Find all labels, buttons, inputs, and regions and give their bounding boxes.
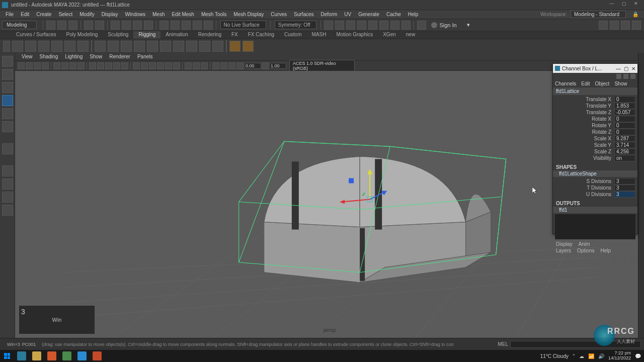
vp-btn-26[interactable]	[236, 62, 244, 69]
layer-menu-display[interactable]: Display	[556, 241, 573, 247]
move-tool[interactable]	[2, 95, 13, 106]
vp-btn-2[interactable]	[26, 62, 33, 69]
attr-rz-value[interactable]: 0	[614, 129, 635, 135]
right-collapsed-strip[interactable]	[638, 53, 644, 338]
component-button[interactable]	[144, 21, 153, 30]
panel-menu-show[interactable]: Show	[86, 54, 106, 59]
cb-tool-2[interactable]	[623, 74, 628, 79]
shelf-tab-custom[interactable]: Custom	[279, 31, 306, 39]
shelf-tab-mash[interactable]: MASH	[306, 31, 331, 39]
cb-tool-1[interactable]	[616, 74, 621, 79]
shelf-icon-9[interactable]	[121, 41, 132, 52]
panel-menu-lighting[interactable]: Lighting	[61, 54, 86, 59]
shelf-icon-12[interactable]	[160, 41, 171, 52]
shelf-tab-fx[interactable]: FX	[226, 31, 243, 39]
attr-ry-value[interactable]: 0	[614, 122, 635, 129]
panel-toggle-2[interactable]	[610, 21, 619, 30]
toolbtn-8[interactable]	[417, 21, 426, 30]
attr-sy-label[interactable]: Scale Y	[555, 142, 614, 148]
panel-menu-renderer[interactable]: Renderer	[106, 54, 134, 59]
channel-box-titlebar[interactable]: Channel Box / L... —▢✕	[553, 64, 637, 73]
menu-mesh[interactable]: Mesh	[149, 12, 168, 17]
cb-tool-3[interactable]	[630, 74, 635, 79]
workspace-dropdown[interactable]: Modeling - Standard	[571, 11, 626, 18]
layer-icon-2[interactable]	[611, 256, 617, 262]
layout-2[interactable]	[2, 178, 13, 190]
vp-btn-1[interactable]	[18, 62, 25, 69]
clock[interactable]: 7:22 pm 14/12/2022	[608, 351, 631, 361]
lasso-tool[interactable]	[2, 69, 13, 80]
shelf-icon-1[interactable]	[12, 41, 23, 52]
shelf-tab-motion[interactable]: Motion Graphics	[331, 31, 378, 39]
vp-btn-20[interactable]	[185, 62, 192, 69]
vp-btn-9[interactable]	[89, 62, 96, 69]
task-chrome[interactable]	[59, 350, 74, 362]
attr-tx-label[interactable]: Translate X	[555, 97, 614, 102]
menu-edit[interactable]: Edit	[17, 12, 33, 17]
cb-menu-show[interactable]: Show	[614, 81, 627, 86]
tray-chevron-icon[interactable]: ˄	[573, 353, 575, 359]
rotate-tool[interactable]	[2, 108, 13, 119]
layer-menu-help[interactable]: Help	[600, 248, 611, 253]
shelf-menu-icon[interactable]	[3, 41, 10, 52]
vp-gamma-input[interactable]	[269, 63, 286, 69]
attr-vis-value[interactable]: on	[614, 155, 635, 161]
close-button[interactable]: ✕	[630, 1, 642, 9]
panel-menu-view[interactable]: View	[18, 54, 36, 59]
shelf-icon-13[interactable]	[173, 41, 184, 52]
shelf-icon-16[interactable]	[212, 41, 223, 52]
vp-btn-3[interactable]	[34, 62, 41, 69]
select-tool[interactable]	[2, 56, 13, 67]
shelf-icon-14[interactable]	[186, 41, 197, 52]
attr-udiv-value[interactable]: 3	[614, 191, 635, 198]
minimize-button[interactable]: —	[606, 1, 618, 9]
panel-toggle-4[interactable]	[632, 21, 641, 30]
pause-button[interactable]	[401, 21, 411, 30]
vp-btn-22[interactable]	[201, 62, 208, 69]
vp-btn-23[interactable]	[212, 62, 219, 69]
last-tool[interactable]	[2, 143, 13, 154]
command-line-input[interactable]	[510, 341, 641, 348]
snap-point-button[interactable]	[182, 21, 191, 30]
panel-toggle-1[interactable]	[599, 21, 608, 30]
menu-mesh-tools[interactable]: Mesh Tools	[198, 12, 230, 17]
attr-tdiv-value[interactable]: 3	[614, 185, 635, 191]
vp-btn-25[interactable]	[228, 62, 235, 69]
live-surface-dropdown[interactable]: No Live Surface	[220, 21, 266, 29]
attr-rz-label[interactable]: Rotate Z	[555, 129, 614, 135]
snap-plane-button[interactable]	[193, 21, 202, 30]
shelf-tab-poly[interactable]: Poly Modeling	[61, 31, 103, 39]
panel-toggle-3[interactable]	[621, 21, 630, 30]
shelf-icon-15[interactable]	[199, 41, 210, 52]
cb-minimize[interactable]: —	[616, 66, 621, 71]
cb-menu-object[interactable]: Object	[595, 81, 610, 86]
shelf-tab-curves[interactable]: Curves / Surfaces	[11, 31, 61, 39]
symmetry-dropdown[interactable]: Symmetry: Off	[275, 21, 317, 29]
toolbtn-2[interactable]	[335, 21, 344, 30]
shelf-icon-6[interactable]	[77, 41, 89, 52]
attr-sz-value[interactable]: 4.256	[614, 148, 635, 155]
shelf-icon-5[interactable]	[64, 41, 75, 52]
vp-btn-5[interactable]	[53, 62, 60, 69]
vp-btn-21[interactable]	[193, 62, 200, 69]
vp-btn-15[interactable]	[141, 62, 148, 69]
vp-btn-6[interactable]	[61, 62, 68, 69]
snap-live-button[interactable]	[204, 21, 213, 30]
shelf-tab-xgen[interactable]: XGen	[378, 31, 401, 39]
vp-btn-18[interactable]	[165, 62, 172, 69]
vp-colorspace-dropdown[interactable]: ACES 1.0 SDR-video (sRGB)	[289, 60, 355, 72]
vp-btn-13[interactable]	[121, 62, 128, 69]
task-explorer[interactable]	[29, 350, 44, 362]
attr-rx-value[interactable]: 0	[614, 116, 635, 122]
layer-icon-4[interactable]	[629, 256, 635, 262]
open-scene-button[interactable]	[57, 21, 66, 30]
vp-btn-14[interactable]	[133, 62, 140, 69]
panel-menu-shading[interactable]: Shading	[36, 54, 62, 59]
shelf-tab-rigging[interactable]: Rigging	[133, 31, 160, 39]
vp-btn-7[interactable]	[69, 62, 76, 69]
menu-file[interactable]: File	[2, 12, 17, 17]
attr-sz-label[interactable]: Scale Z	[555, 149, 614, 154]
shelf-icon-4[interactable]	[51, 41, 62, 52]
vp-btn-24[interactable]	[220, 62, 227, 69]
layout-4[interactable]	[2, 205, 13, 216]
